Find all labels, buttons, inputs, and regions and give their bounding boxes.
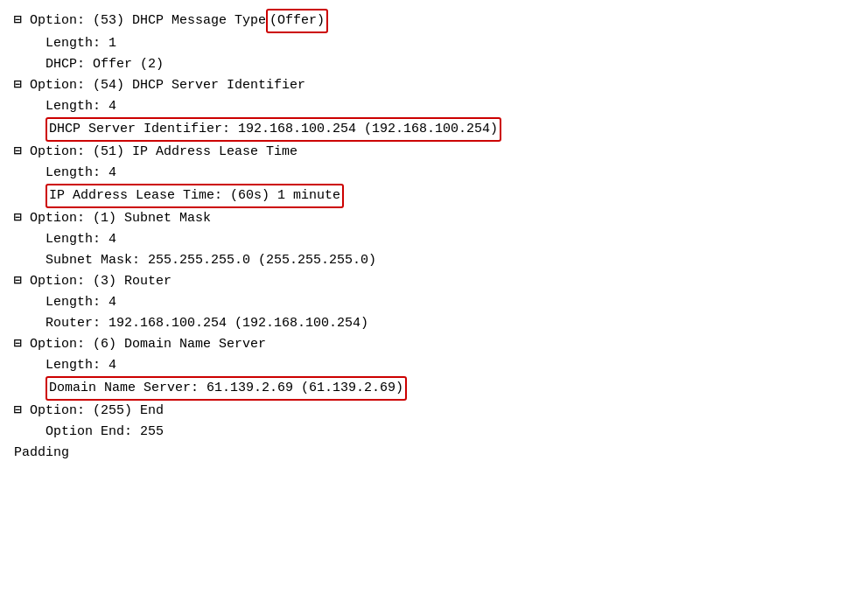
- child-text-option53-0: Length: 1: [46, 33, 116, 54]
- tree-row-option255[interactable]: ⊟Option: (255) End: [14, 401, 854, 422]
- tree-row-padding: Padding: [14, 443, 854, 464]
- child-text-option1-1: Subnet Mask: 255.255.255.0 (255.255.255.…: [46, 250, 376, 271]
- tree-row-option53[interactable]: ⊟Option: (53) DHCP Message Type (Offer): [14, 9, 854, 33]
- item-label-option6: Option: (6) Domain Name Server: [30, 334, 266, 355]
- tree-row-option51[interactable]: ⊟Option: (51) IP Address Lease Time: [14, 142, 854, 163]
- child-text-option51-0: Length: 4: [46, 163, 116, 184]
- toggle-icon-option54[interactable]: ⊟: [14, 75, 30, 96]
- child-row-option53-1: DHCP: Offer (2): [14, 54, 854, 75]
- item-label-option53: Option: (53) DHCP Message Type: [30, 10, 266, 31]
- item-label-option51: Option: (51) IP Address Lease Time: [30, 142, 298, 163]
- toggle-icon-option53[interactable]: ⊟: [14, 10, 30, 31]
- tree-item-option51: ⊟Option: (51) IP Address Lease TimeLengt…: [14, 142, 854, 208]
- tree-item-option6: ⊟Option: (6) Domain Name ServerLength: 4…: [14, 334, 854, 401]
- toggle-icon-option3[interactable]: ⊟: [14, 271, 30, 292]
- child-row-option54-1: DHCP Server Identifier: 192.168.100.254 …: [14, 117, 854, 142]
- child-text-option3-0: Length: 4: [46, 292, 116, 313]
- toggle-icon-option1[interactable]: ⊟: [14, 208, 30, 229]
- child-row-option3-1: Router: 192.168.100.254 (192.168.100.254…: [14, 313, 854, 334]
- toggle-icon-option255[interactable]: ⊟: [14, 401, 30, 422]
- item-label-option255: Option: (255) End: [30, 401, 164, 422]
- child-highlighted-option6-1: Domain Name Server: 61.139.2.69 (61.139.…: [46, 376, 407, 401]
- child-text-option53-1: DHCP: Offer (2): [46, 54, 164, 75]
- child-row-option54-0: Length: 4: [14, 96, 854, 117]
- tree-row-option54[interactable]: ⊟Option: (54) DHCP Server Identifier: [14, 75, 854, 96]
- tree-row-option3[interactable]: ⊟Option: (3) Router: [14, 271, 854, 292]
- tree-item-option1: ⊟Option: (1) Subnet MaskLength: 4Subnet …: [14, 208, 854, 271]
- tree-row-option1[interactable]: ⊟Option: (1) Subnet Mask: [14, 208, 854, 229]
- child-text-option54-0: Length: 4: [46, 96, 116, 117]
- child-text-option1-0: Length: 4: [46, 229, 116, 250]
- item-label-option1: Option: (1) Subnet Mask: [30, 208, 211, 229]
- item-label-padding: Padding: [14, 443, 69, 464]
- child-highlighted-option54-1: DHCP Server Identifier: 192.168.100.254 …: [46, 117, 501, 142]
- child-row-option6-0: Length: 4: [14, 355, 854, 376]
- toggle-icon-option6[interactable]: ⊟: [14, 334, 30, 355]
- child-row-option255-0: Option End: 255: [14, 422, 854, 443]
- highlighted-value-option53: (Offer): [266, 9, 328, 33]
- child-row-option6-1: Domain Name Server: 61.139.2.69 (61.139.…: [14, 376, 854, 401]
- item-label-option54: Option: (54) DHCP Server Identifier: [30, 75, 305, 96]
- tree-item-option53: ⊟Option: (53) DHCP Message Type (Offer)L…: [14, 9, 854, 75]
- child-text-option6-0: Length: 4: [46, 355, 116, 376]
- tree-item-option3: ⊟Option: (3) RouterLength: 4Router: 192.…: [14, 271, 854, 334]
- child-row-option53-0: Length: 1: [14, 33, 854, 54]
- child-row-option51-0: Length: 4: [14, 163, 854, 184]
- tree-item-padding: Padding: [14, 443, 854, 464]
- tree-item-option54: ⊟Option: (54) DHCP Server IdentifierLeng…: [14, 75, 854, 142]
- child-row-option1-1: Subnet Mask: 255.255.255.0 (255.255.255.…: [14, 250, 854, 271]
- toggle-icon-option51[interactable]: ⊟: [14, 142, 30, 163]
- child-text-option255-0: Option End: 255: [46, 422, 164, 443]
- child-row-option1-0: Length: 4: [14, 229, 854, 250]
- child-highlighted-option51-1: IP Address Lease Time: (60s) 1 minute: [46, 184, 344, 208]
- tree-row-option6[interactable]: ⊟Option: (6) Domain Name Server: [14, 334, 854, 355]
- tree-item-option255: ⊟Option: (255) EndOption End: 255: [14, 401, 854, 443]
- item-label-option3: Option: (3) Router: [30, 271, 172, 292]
- child-row-option51-1: IP Address Lease Time: (60s) 1 minute: [14, 184, 854, 208]
- child-row-option3-0: Length: 4: [14, 292, 854, 313]
- dhcp-options-tree: ⊟Option: (53) DHCP Message Type (Offer)L…: [14, 9, 854, 464]
- child-text-option3-1: Router: 192.168.100.254 (192.168.100.254…: [46, 313, 368, 334]
